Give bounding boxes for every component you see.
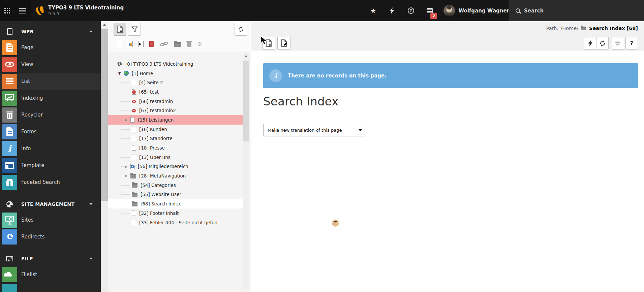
sidebar-item-filelist[interactable]: Filelist [0, 266, 101, 283]
help-toolbar-item[interactable]: ? [406, 6, 416, 16]
drag-folder-icon[interactable] [174, 41, 181, 47]
tree-item-15[interactable]: ▶ [15] Leistungen [108, 115, 244, 125]
translation-select[interactable]: Make new translation of this page [263, 124, 366, 136]
tree-item-68-selected[interactable]: [68] Search Index [108, 199, 244, 208]
system-information-toolbar-item[interactable]: 2 [425, 6, 435, 16]
external-link-icon: ↗ [334, 221, 337, 225]
template-module-icon [2, 158, 17, 173]
notification-badge: 2 [430, 13, 437, 19]
sidebar-item-list[interactable]: List [0, 73, 101, 90]
system-info-icon [427, 8, 433, 13]
scrollbar-thumb[interactable] [101, 29, 108, 201]
apps-grid-icon[interactable] [4, 8, 10, 14]
info-icon: i [269, 69, 282, 82]
tree-item-32[interactable]: [32] Footer Inhalt [108, 208, 244, 218]
expand-arrow-icon[interactable]: ▶ [125, 165, 130, 168]
hidden-page-icon [132, 89, 136, 95]
site-title: TYPO3 9 LTS Videotraining [48, 5, 124, 11]
sidebar-group-web[interactable]: WEB [0, 24, 101, 39]
sidebar-group-site-management[interactable]: SITE MANAGEMENT [0, 197, 101, 212]
sidebar-item-forms[interactable]: Forms [0, 123, 101, 140]
sidebar-item-faceted-search[interactable]: Faceted Search [0, 174, 101, 191]
refresh-tree-button[interactable] [235, 23, 247, 36]
file-group-icon [6, 256, 13, 261]
drag-new-page-icon[interactable] [117, 41, 122, 47]
tree-item-18[interactable]: [18] Presse [108, 143, 244, 153]
tree-item-4[interactable]: [4] Seite 2 [108, 78, 244, 87]
page-tree-scrollbar[interactable] [243, 53, 249, 289]
tree-item-66[interactable]: [66] testadmin [108, 97, 244, 106]
tree-item-54[interactable]: [54] Categories [108, 181, 244, 190]
bookmark-button[interactable]: ☆ [612, 37, 624, 50]
tree-item-65[interactable]: [65] test [108, 87, 244, 97]
tree-item-33[interactable]: [33] Fehler 404 - Seite nicht gefun [108, 218, 244, 227]
tree-item-16[interactable]: [16] Kunden [108, 125, 244, 134]
sidebar-item-redirects[interactable]: C Redirects [0, 228, 101, 245]
sidebar-group-file[interactable]: FILE [0, 251, 101, 266]
expand-arrow-icon[interactable]: ▶ [125, 174, 130, 177]
page-tree: [0] TYPO3 9 LTS Videotraining ▼ [1] Home… [108, 52, 251, 292]
new-page-button[interactable] [114, 23, 126, 36]
tree-item-56[interactable]: ▶ [56] Mitgliederbereich [108, 162, 244, 171]
help-button[interactable]: ? [625, 37, 638, 50]
tree-item-1-home[interactable]: ▼ [1] Home [108, 69, 244, 78]
scroll-up-arrow[interactable] [101, 21, 108, 28]
drag-recycler-icon[interactable] [187, 41, 191, 47]
global-search[interactable]: Search [509, 0, 644, 21]
scrollbar-thumb[interactable] [243, 61, 249, 141]
drag-mountpoint-page-icon[interactable] [149, 41, 154, 47]
search-label: Search [524, 8, 544, 14]
tree-item-0-root[interactable]: [0] TYPO3 9 LTS Videotraining [108, 59, 244, 69]
page-tree-toolbar: ÷ [108, 21, 251, 51]
new-page-icon [117, 26, 123, 33]
cache-button[interactable] [584, 37, 596, 50]
site-management-group-icon [6, 201, 13, 207]
user-toolbar-item[interactable]: Wolfgang Wagner [443, 5, 509, 17]
clear-cache-toolbar-item[interactable] [387, 6, 397, 16]
reload-button[interactable] [596, 37, 609, 50]
typo3-root-icon [117, 61, 122, 67]
drag-shortcut-page-icon[interactable] [139, 41, 144, 47]
edit-page-button[interactable] [277, 37, 290, 50]
module-menu-scrollbar[interactable] [101, 21, 108, 292]
help-icon: ? [408, 7, 414, 14]
scroll-up-arrow[interactable] [243, 53, 249, 59]
expand-arrow-icon[interactable]: ▶ [125, 118, 130, 122]
sidebar-item-recycler[interactable]: Recycler [0, 106, 101, 123]
drag-link-page-icon[interactable] [160, 41, 168, 46]
typo3-version: 9.5.3 [48, 11, 124, 17]
typo3-logo-block[interactable]: TYPO3 9 LTS Videotraining 9.5.3 [31, 5, 124, 17]
folder-icon [581, 27, 586, 30]
info-callout: i There are no records on this page. [263, 63, 638, 88]
bookmark-toolbar-item[interactable]: ★ [368, 6, 378, 16]
tree-item-55[interactable]: [55] Website User [108, 190, 244, 199]
page-icon [132, 210, 136, 216]
sidebar-item-page[interactable]: Page [0, 39, 101, 56]
tree-item-28[interactable]: ▶ [28] MetaNavigation [108, 171, 244, 181]
filter-icon [131, 26, 138, 32]
doc-header: Path: /Home/ Search Index [68] [251, 21, 644, 51]
collapse-arrow-icon[interactable]: ▼ [118, 72, 124, 75]
page-module-icon [2, 40, 17, 55]
sidebar-item-indexing[interactable]: Indexing [0, 90, 101, 106]
hidden-page-icon [132, 99, 136, 104]
tree-item-17[interactable]: [17] Standorte [108, 134, 244, 143]
new-page-drag-area: ÷ [117, 40, 203, 48]
tree-item-13[interactable]: [13] Über uns [108, 153, 244, 162]
tree-item-67[interactable]: [67] testadmin2 [108, 106, 244, 115]
sidebar-item-info[interactable]: i Info [0, 140, 101, 157]
drag-divider-icon[interactable]: ÷ [197, 41, 203, 47]
page-icon [132, 220, 136, 225]
module-list-icon[interactable] [19, 8, 26, 13]
filter-button[interactable] [128, 23, 141, 36]
drag-backend-user-section-icon[interactable] [128, 41, 133, 47]
create-new-record-button[interactable] [262, 37, 275, 50]
sidebar-item-partial[interactable] [2, 284, 17, 292]
sidebar-item-sites[interactable]: Sites [0, 212, 101, 228]
page-icon [132, 145, 136, 151]
sidebar-item-template[interactable]: Template [0, 157, 101, 174]
callout-message: There are no records on this page. [288, 73, 387, 79]
page-icon [130, 117, 135, 123]
question-mark-icon: ? [630, 40, 633, 46]
sidebar-item-view[interactable]: View [0, 56, 101, 73]
